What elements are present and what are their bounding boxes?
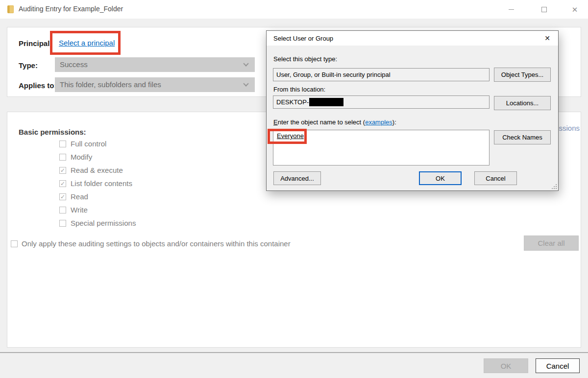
principal-label: Principal: [19,39,52,47]
maximize-button[interactable] [536,0,552,19]
main-window-title: Auditing Entry for Example_Folder [19,5,123,13]
select-principal-link[interactable]: Select a principal [59,39,115,47]
close-icon: ✕ [572,6,578,13]
main-titlebar: Auditing Entry for Example_Folder ✕ [0,0,588,19]
object-types-button[interactable]: Object Types... [494,68,551,82]
chevron-down-icon [243,81,248,86]
dialog-cancel-button[interactable]: Cancel [474,171,517,185]
from-location-label: From this location: [273,86,325,93]
object-type-value: User, Group, or Built-in security princi… [276,71,391,78]
permission-row: ✓List folder contents [59,177,136,190]
clear-all-button: Clear all [524,236,579,251]
dialog-close-button[interactable]: ✕ [537,31,558,45]
location-field: DESKTOP- [273,95,490,109]
permission-row: Write [59,203,136,216]
permission-checkbox [59,207,66,213]
applies-to-label: Applies to: [19,81,57,90]
select-user-or-group-dialog: Select User or Group ✕ Select this objec… [266,30,559,191]
label-text: nter the object name to select ( [278,118,365,126]
permission-label: Special permissions [71,219,136,227]
text-caret [304,133,305,140]
minimize-icon [509,9,514,10]
main-ok-button: OK [484,358,528,373]
only-apply-row: Only apply these auditing settings to ob… [11,239,291,248]
permission-checkbox: ✓ [59,180,66,187]
check-names-button[interactable]: Check Names [494,130,551,144]
chevron-down-icon [243,61,248,66]
close-button[interactable]: ✕ [566,0,583,19]
redaction-block [309,98,343,106]
object-type-label: Select this object type: [273,55,337,63]
permission-checkbox [59,141,66,147]
dialog-titlebar: Select User or Group ✕ [267,31,558,46]
enter-object-name-label: Enter the object name to select (example… [273,118,396,126]
resize-grip[interactable] [551,184,557,189]
permission-label: Modify [71,153,92,161]
permission-label: Read & execute [71,166,123,174]
applies-to-value: This folder, subfolders and files [60,80,161,89]
permission-label: Read [71,192,88,201]
locations-button[interactable]: Locations... [494,96,551,110]
permission-label: List folder contents [71,179,132,188]
close-icon: ✕ [544,34,550,42]
basic-permissions-label: Basic permissions: [19,128,86,136]
advanced-button[interactable]: Advanced... [273,171,321,185]
dialog-title: Select User or Group [273,35,333,42]
type-value: Success [60,60,88,69]
annotation-box-principal: Select a principal [50,31,121,55]
type-label: Type: [19,61,38,70]
only-apply-label: Only apply these auditing settings to ob… [22,239,291,248]
main-cancel-button[interactable]: Cancel [536,358,580,373]
permission-checkbox [59,220,66,227]
permissions-list: Full controlModify✓Read & execute✓List f… [59,137,136,230]
maximize-icon [541,7,547,12]
permission-label: Write [71,206,88,214]
type-dropdown: Success [55,57,255,72]
object-type-field: User, Group, or Built-in security princi… [273,68,490,81]
permission-row: Special permissions [59,216,136,230]
permission-checkbox: ✓ [59,193,66,200]
permission-row: Modify [59,150,136,164]
object-name-input[interactable]: Everyone [273,130,490,165]
dialog-ok-button[interactable]: OK [419,171,462,185]
minimize-button[interactable] [503,0,519,19]
permission-row: ✓Read & execute [59,164,136,177]
location-value: DESKTOP- [276,98,309,106]
auditing-entry-icon [7,5,14,13]
footer-divider [0,352,588,353]
applies-to-dropdown: This folder, subfolders and files [55,77,255,92]
permission-row: Full control [59,137,136,150]
object-name-value: Everyone [277,132,304,140]
accelerator-letter: E [273,118,278,126]
permission-row: ✓Read [59,190,136,203]
examples-link[interactable]: examples [365,118,392,126]
permission-checkbox: ✓ [59,167,66,174]
permission-label: Full control [71,140,106,148]
only-apply-checkbox [11,240,18,247]
permission-checkbox [59,154,66,161]
label-suffix: ): [392,118,396,126]
